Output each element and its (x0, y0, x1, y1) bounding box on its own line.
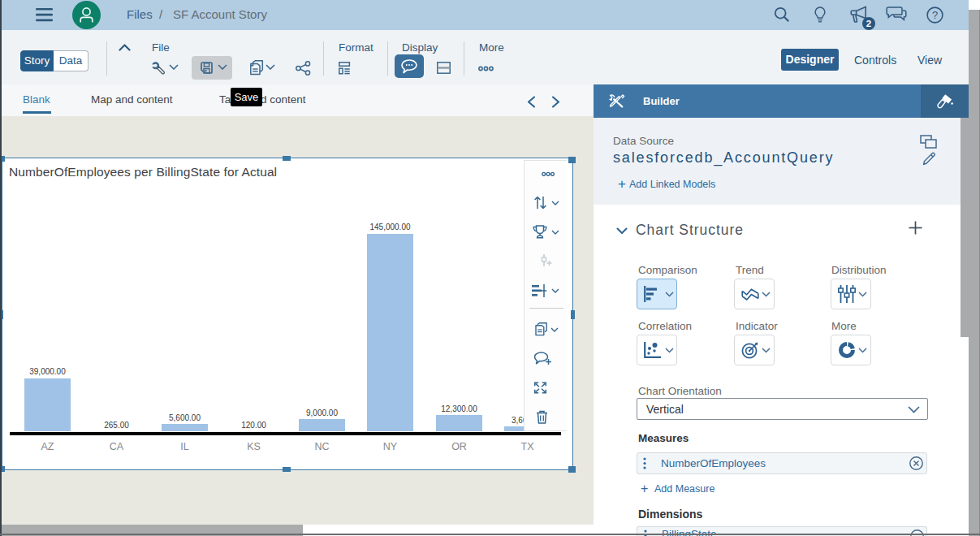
svg-text:?: ? (932, 9, 938, 21)
svg-text:2: 2 (866, 19, 871, 28)
